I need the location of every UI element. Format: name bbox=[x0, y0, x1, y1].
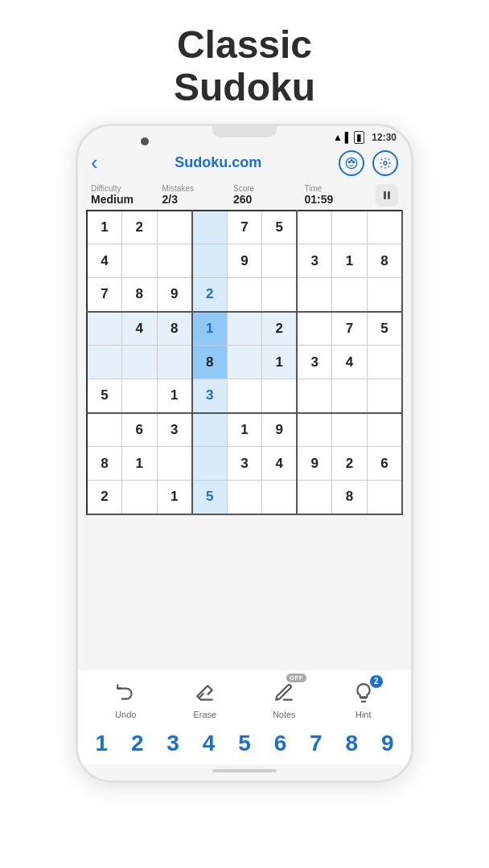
grid-cell[interactable] bbox=[367, 413, 402, 447]
number-button-6[interactable]: 6 bbox=[265, 731, 295, 756]
grid-cell[interactable] bbox=[227, 346, 262, 379]
grid-cell[interactable]: 3 bbox=[297, 244, 332, 278]
grid-cell[interactable] bbox=[367, 481, 402, 514]
grid-cell[interactable] bbox=[297, 312, 332, 346]
grid-cell[interactable]: 3 bbox=[157, 413, 192, 447]
grid-cell[interactable] bbox=[192, 244, 228, 278]
grid-cell[interactable]: 1 bbox=[157, 481, 192, 514]
grid-cell[interactable] bbox=[367, 278, 402, 312]
grid-cell[interactable] bbox=[192, 447, 228, 481]
number-button-7[interactable]: 7 bbox=[301, 731, 331, 756]
title-line2: Sudoku bbox=[174, 66, 315, 108]
grid-cell[interactable]: 2 bbox=[192, 278, 228, 312]
number-button-3[interactable]: 3 bbox=[158, 731, 188, 756]
number-button-2[interactable]: 2 bbox=[121, 731, 152, 756]
grid-cell[interactable]: 6 bbox=[122, 413, 158, 447]
number-button-4[interactable]: 4 bbox=[193, 731, 224, 756]
grid-cell[interactable]: 9 bbox=[157, 278, 192, 312]
number-button-8[interactable]: 8 bbox=[336, 731, 367, 756]
grid-cell[interactable]: 2 bbox=[122, 211, 158, 244]
grid-cell[interactable] bbox=[262, 278, 298, 312]
grid-cell[interactable] bbox=[332, 278, 368, 312]
settings-button[interactable] bbox=[372, 150, 398, 176]
grid-cell[interactable]: 3 bbox=[192, 379, 228, 413]
number-button-1[interactable]: 1 bbox=[86, 731, 117, 756]
grid-cell[interactable]: 2 bbox=[262, 312, 298, 346]
grid-cell[interactable] bbox=[122, 379, 158, 413]
grid-cell[interactable]: 9 bbox=[297, 447, 332, 481]
grid-cell[interactable] bbox=[262, 244, 298, 278]
grid-cell[interactable]: 7 bbox=[332, 312, 368, 346]
grid-cell[interactable]: 5 bbox=[192, 481, 228, 514]
grid-cell[interactable]: 4 bbox=[332, 346, 368, 379]
grid-cell[interactable] bbox=[227, 312, 262, 346]
grid-cell[interactable] bbox=[87, 413, 122, 447]
grid-cell[interactable]: 2 bbox=[332, 447, 368, 481]
erase-button[interactable]: Erase bbox=[181, 678, 229, 719]
grid-cell[interactable]: 4 bbox=[122, 312, 158, 346]
pause-button[interactable] bbox=[376, 184, 398, 207]
grid-cell[interactable] bbox=[122, 346, 158, 379]
grid-cell[interactable]: 3 bbox=[227, 447, 262, 481]
grid-cell[interactable] bbox=[332, 379, 368, 413]
sudoku-grid[interactable]: 1275493187892481275813451363198134926215… bbox=[86, 210, 403, 515]
grid-cell[interactable]: 8 bbox=[367, 244, 402, 278]
grid-cell[interactable]: 8 bbox=[122, 278, 158, 312]
grid-cell[interactable]: 7 bbox=[87, 278, 122, 312]
undo-button[interactable]: Undo bbox=[101, 678, 150, 719]
grid-cell[interactable] bbox=[227, 278, 262, 312]
grid-cell[interactable] bbox=[157, 244, 192, 278]
grid-cell[interactable] bbox=[122, 481, 158, 514]
grid-cell[interactable]: 8 bbox=[87, 447, 122, 481]
grid-cell[interactable]: 5 bbox=[262, 211, 298, 244]
grid-cell[interactable] bbox=[332, 211, 368, 244]
notes-button[interactable]: OFF Notes bbox=[260, 678, 308, 719]
grid-cell[interactable] bbox=[157, 346, 192, 379]
grid-cell[interactable]: 1 bbox=[227, 413, 262, 447]
grid-cell[interactable] bbox=[87, 312, 122, 346]
grid-cell[interactable]: 5 bbox=[87, 379, 122, 413]
grid-cell[interactable] bbox=[297, 481, 332, 514]
grid-cell[interactable]: 4 bbox=[87, 244, 122, 278]
grid-cell[interactable]: 3 bbox=[297, 346, 332, 379]
number-button-9[interactable]: 9 bbox=[372, 731, 403, 756]
grid-cell[interactable]: 1 bbox=[122, 447, 158, 481]
grid-cell[interactable]: 6 bbox=[367, 447, 402, 481]
grid-cell[interactable]: 8 bbox=[192, 346, 228, 379]
grid-cell[interactable]: 9 bbox=[262, 413, 298, 447]
grid-cell[interactable] bbox=[192, 413, 228, 447]
grid-cell[interactable] bbox=[367, 346, 402, 379]
grid-cell[interactable] bbox=[87, 346, 122, 379]
grid-cell[interactable]: 8 bbox=[157, 312, 192, 346]
number-button-5[interactable]: 5 bbox=[229, 731, 260, 756]
grid-cell[interactable]: 4 bbox=[262, 447, 298, 481]
back-button[interactable]: ‹ bbox=[91, 150, 98, 175]
grid-cell[interactable]: 8 bbox=[332, 481, 368, 514]
grid-cell[interactable] bbox=[297, 413, 332, 447]
grid-cell[interactable]: 1 bbox=[157, 379, 192, 413]
palette-button[interactable] bbox=[339, 150, 364, 176]
grid-cell[interactable] bbox=[192, 211, 228, 244]
grid-cell[interactable] bbox=[262, 379, 298, 413]
grid-cell[interactable]: 5 bbox=[367, 312, 402, 346]
grid-cell[interactable]: 1 bbox=[87, 211, 122, 244]
grid-cell[interactable]: 1 bbox=[332, 244, 368, 278]
grid-cell[interactable] bbox=[367, 379, 402, 413]
grid-cell[interactable] bbox=[367, 211, 402, 244]
grid-cell[interactable]: 1 bbox=[262, 346, 298, 379]
grid-cell[interactable] bbox=[157, 211, 192, 244]
grid-cell[interactable] bbox=[227, 481, 262, 514]
hint-button[interactable]: 2 Hint bbox=[339, 678, 388, 719]
grid-cell[interactable]: 2 bbox=[87, 481, 122, 514]
grid-cell[interactable]: 1 bbox=[192, 312, 228, 346]
grid-cell[interactable] bbox=[297, 211, 332, 244]
grid-cell[interactable] bbox=[227, 379, 262, 413]
grid-cell[interactable]: 7 bbox=[227, 211, 262, 244]
grid-cell[interactable] bbox=[262, 481, 298, 514]
grid-cell[interactable] bbox=[157, 447, 192, 481]
grid-cell[interactable] bbox=[297, 379, 332, 413]
grid-cell[interactable] bbox=[122, 244, 158, 278]
grid-cell[interactable] bbox=[332, 413, 368, 447]
grid-cell[interactable]: 9 bbox=[227, 244, 262, 278]
grid-cell[interactable] bbox=[297, 278, 332, 312]
